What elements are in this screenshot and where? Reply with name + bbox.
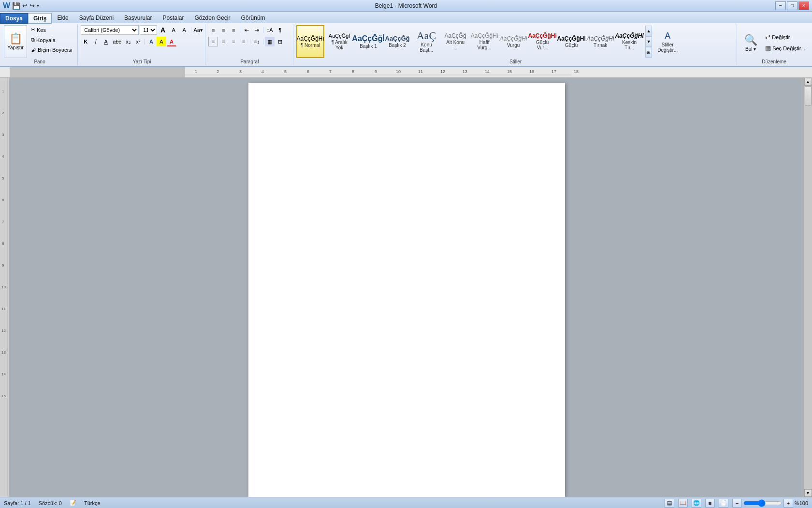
style-altkonu-preview: AaÇçĞğ <box>444 33 466 39</box>
zoom-slider: − + %100 <box>732 499 808 508</box>
styles-scroll-down[interactable]: ▼ <box>645 36 652 47</box>
copy-icon: ⧉ <box>31 37 35 43</box>
numbered-button[interactable]: ≡ <box>218 25 228 35</box>
style-baslik2[interactable]: AaÇçĞğ Başlık 2 <box>383 25 411 58</box>
word-icon: W <box>3 1 10 10</box>
font-size-select[interactable]: 11 <box>140 25 157 35</box>
bold-button[interactable]: K <box>81 37 90 46</box>
superscript-button[interactable]: x² <box>133 37 143 46</box>
border-button[interactable]: ⊞ <box>275 37 285 46</box>
ruler: 1 2 3 4 5 6 7 8 9 10 11 12 13 14 15 16 1… <box>0 67 812 78</box>
change-styles-icon: A <box>665 31 670 41</box>
sort-button[interactable]: ↕A <box>265 25 275 35</box>
style-guclu-vurgu[interactable]: AaÇçĞğHi Güçlü Vur... <box>528 25 556 58</box>
change-case-button[interactable]: Aa▾ <box>193 25 203 35</box>
style-konu-preview: AaÇ <box>417 30 436 41</box>
style-hafif[interactable]: AaÇçĞğHi Hafif Vurg... <box>470 25 498 58</box>
svg-text:6: 6 <box>307 69 309 74</box>
spell-check-icon[interactable]: 📝 <box>70 500 76 506</box>
show-marks-button[interactable]: ¶ <box>275 25 285 35</box>
underline-button[interactable]: A <box>101 37 111 46</box>
undo-quick-btn[interactable]: ↩ <box>22 2 28 9</box>
tab-gozden[interactable]: Gözden Geçir <box>189 13 236 23</box>
font-shrink-button[interactable]: A <box>169 25 178 35</box>
justify-button[interactable]: ≡ <box>239 37 248 46</box>
window-title: Belge1 - Microsoft Word <box>375 2 437 9</box>
tab-basvurular[interactable]: Başvurular <box>119 13 157 23</box>
close-button[interactable]: ✕ <box>798 1 809 10</box>
style-konu[interactable]: AaÇ Konu Başl... <box>412 25 440 58</box>
document-page[interactable] <box>248 83 565 497</box>
italic-button[interactable]: İ <box>91 37 101 46</box>
svg-text:9: 9 <box>2 263 4 268</box>
save-quick-btn[interactable]: 💾 <box>12 2 20 10</box>
highlight-button[interactable]: A <box>157 37 166 46</box>
style-baslik1-name: Başlık 1 <box>360 44 377 49</box>
style-tirnak[interactable]: AaÇçĞğHi Tırnak <box>586 25 614 58</box>
text-effects-button[interactable]: A <box>146 37 156 46</box>
font-grow-button[interactable]: A <box>158 25 168 35</box>
paragraph-row-1: ≡ ≡ ≡ ⇤ ⇥ ↕A ¶ <box>208 25 285 35</box>
print-layout-btn[interactable]: ▤ <box>665 499 674 508</box>
style-baslik1[interactable]: AaÇçĞğİ Başlık 1 <box>354 25 382 58</box>
style-hafif-name: Hafif Vurg... <box>473 40 495 50</box>
style-keskin[interactable]: AaÇçĞğHi Keskin Tır... <box>615 25 643 58</box>
find-button[interactable]: 🔍 Bul ▾ <box>740 28 761 57</box>
line-spacing-button[interactable]: ≡↕ <box>252 37 261 46</box>
decrease-indent-button[interactable]: ⇤ <box>242 25 251 35</box>
zoom-in-btn[interactable]: + <box>783 499 793 508</box>
styles-expand[interactable]: ⊞ <box>645 47 652 58</box>
select-button[interactable]: ▦ Seç Değiştir... <box>762 43 808 53</box>
document-area[interactable] <box>10 78 803 497</box>
minimize-button[interactable]: − <box>775 1 786 10</box>
shading-button[interactable]: ▦ <box>265 37 275 46</box>
style-guclu[interactable]: AaÇçĞğHi Güçlü <box>557 25 585 58</box>
tab-gorunum[interactable]: Görünüm <box>236 13 271 23</box>
multilevel-button[interactable]: ≡ <box>229 25 238 35</box>
replace-button[interactable]: ⇄ Değiştir <box>762 32 808 42</box>
align-right-button[interactable]: ≡ <box>229 37 238 46</box>
scroll-up-button[interactable]: ▲ <box>804 78 812 86</box>
font-color-button[interactable]: A <box>167 37 176 46</box>
zoom-out-btn[interactable]: − <box>732 499 742 508</box>
cut-button[interactable]: ✂ Kes <box>28 25 75 34</box>
change-styles-button[interactable]: A StillerDeğiştir... <box>655 27 680 56</box>
clear-format-button[interactable]: A <box>179 25 189 35</box>
scroll-down-button[interactable]: ▼ <box>804 489 812 497</box>
restore-button[interactable]: □ <box>787 1 798 10</box>
style-aralik-yok[interactable]: AaÇçĞğİ ¶ Aralık Yok <box>325 25 353 58</box>
outline-btn[interactable]: ≡ <box>705 499 715 508</box>
svg-text:2: 2 <box>217 69 219 74</box>
tab-sayfa[interactable]: Sayfa Düzeni <box>74 13 119 23</box>
bullets-button[interactable]: ≡ <box>208 25 218 35</box>
align-center-button[interactable]: ≡ <box>218 37 228 46</box>
font-family-select[interactable]: Calibri (Gövde) <box>81 25 139 35</box>
web-layout-btn[interactable]: 🌐 <box>692 499 701 508</box>
style-normal[interactable]: AaÇçĞğHı ¶ Normal <box>296 25 324 58</box>
paste-icon: 📋 <box>9 33 22 44</box>
style-altkonu[interactable]: AaÇçĞğ Alt Konu ... <box>441 25 469 58</box>
quick-access-dropdown[interactable]: ▾ <box>37 3 39 8</box>
tab-postalar[interactable]: Postalar <box>157 13 189 23</box>
scrollbar-thumb[interactable] <box>805 86 812 105</box>
font-format-row: K İ A abc x₂ x² A A A <box>81 37 176 46</box>
style-vurgu[interactable]: AaÇçĞğHi Vurgu <box>499 25 527 58</box>
increase-indent-button[interactable]: ⇥ <box>252 25 261 35</box>
tab-ekle[interactable]: Ekle <box>52 13 73 23</box>
subscript-button[interactable]: x₂ <box>123 37 133 46</box>
zoom-range[interactable] <box>743 500 782 506</box>
font-group-label: Yazı Tipi <box>81 58 203 65</box>
full-reading-btn[interactable]: 📖 <box>678 499 688 508</box>
format-painter-button[interactable]: 🖌 Biçim Boyacısı <box>28 45 75 54</box>
clipboard-group: 📋 Yapıştır ✂ Kes ⧉ Kopyala 🖌 Biçim Boyac… <box>2 24 78 65</box>
tab-giris[interactable]: Giriş <box>28 13 52 24</box>
draft-btn[interactable]: 📄 <box>719 499 728 508</box>
redo-quick-btn[interactable]: ↪ <box>29 2 35 9</box>
align-left-button[interactable]: ≡ <box>208 37 218 46</box>
tab-dosya[interactable]: Dosya <box>0 13 28 24</box>
styles-scroll-up[interactable]: ▲ <box>645 26 652 36</box>
copy-button[interactable]: ⧉ Kopyala <box>28 35 75 45</box>
paste-button[interactable]: 📋 Yapıştır <box>4 25 27 58</box>
language-info[interactable]: Türkçe <box>84 500 101 506</box>
strikethrough-button[interactable]: abc <box>111 37 123 46</box>
